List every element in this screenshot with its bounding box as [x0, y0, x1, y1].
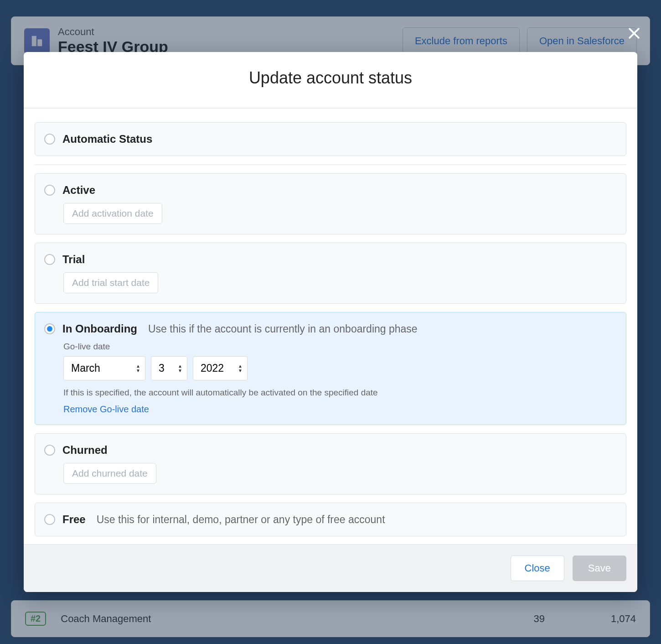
day-value: 3	[159, 362, 165, 374]
add-trial-start-date-button[interactable]: Add trial start date	[63, 272, 158, 293]
modal-footer: Close Save	[24, 544, 637, 592]
close-button[interactable]: Close	[511, 556, 564, 581]
add-activation-date-button[interactable]: Add activation date	[63, 203, 162, 224]
stepper-arrows-icon: ▲▼	[136, 364, 140, 373]
year-value: 2022	[201, 362, 224, 374]
option-description: Use this if the account is currently in …	[148, 323, 418, 335]
option-label: Churned	[62, 444, 108, 457]
modal-title: Update account status	[24, 52, 637, 109]
option-in-onboarding[interactable]: In Onboarding Use this if the account is…	[35, 312, 626, 425]
radio-automatic[interactable]	[44, 134, 55, 145]
option-active[interactable]: Active Add activation date	[35, 173, 626, 234]
update-account-status-modal: Update account status Automatic Status A…	[24, 52, 637, 592]
stepper-arrows-icon: ▲▼	[238, 364, 243, 373]
option-label: In Onboarding	[62, 322, 137, 335]
option-label: Automatic Status	[62, 133, 152, 145]
radio-churned[interactable]	[44, 445, 55, 456]
radio-active[interactable]	[44, 185, 55, 196]
modal-body: Automatic Status Active Add activation d…	[24, 109, 637, 544]
option-automatic-status[interactable]: Automatic Status	[35, 122, 626, 156]
option-label: Trial	[62, 253, 85, 266]
close-icon[interactable]	[626, 26, 642, 41]
option-label: Active	[62, 184, 95, 197]
month-value: March	[71, 362, 100, 374]
radio-trial[interactable]	[44, 254, 55, 265]
radio-free[interactable]	[44, 514, 55, 525]
go-live-hint: If this is specified, the account will a…	[63, 388, 617, 398]
option-label: Free	[62, 513, 86, 526]
option-description: Use this for internal, demo, partner or …	[97, 514, 385, 526]
option-trial[interactable]: Trial Add trial start date	[35, 243, 626, 304]
year-select[interactable]: 2022 ▲▼	[193, 356, 248, 380]
option-churned[interactable]: Churned Add churned date	[35, 433, 626, 494]
option-free[interactable]: Free Use this for internal, demo, partne…	[35, 503, 626, 536]
day-select[interactable]: 3 ▲▼	[151, 356, 187, 380]
save-button[interactable]: Save	[573, 556, 626, 581]
radio-in-onboarding[interactable]	[44, 323, 55, 334]
go-live-date-label: Go-live date	[63, 342, 617, 352]
remove-go-live-date-link[interactable]: Remove Go-live date	[63, 404, 617, 415]
month-select[interactable]: March ▲▼	[63, 356, 145, 380]
stepper-arrows-icon: ▲▼	[178, 364, 182, 373]
add-churned-date-button[interactable]: Add churned date	[63, 463, 156, 484]
